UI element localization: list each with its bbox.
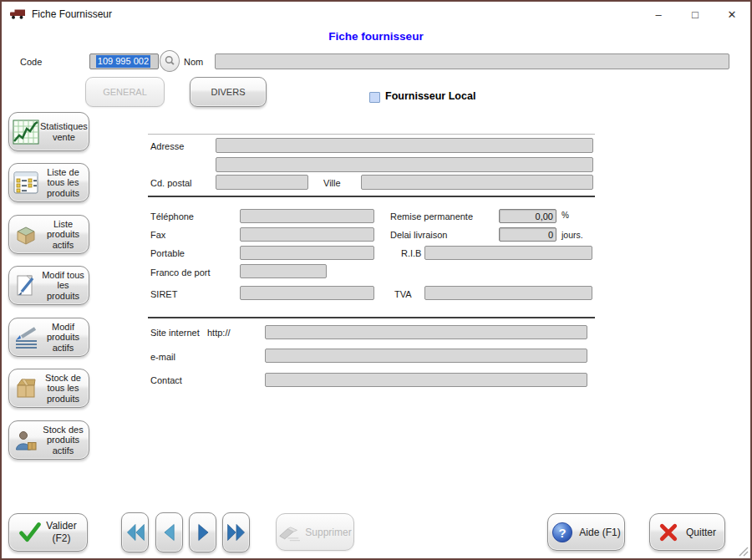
remise-label: Remise permanente: [390, 211, 473, 221]
sidebar-liste-produits-actifs-button[interactable]: Liste produits actifs: [8, 215, 89, 254]
siret-label: SIRET: [150, 289, 177, 299]
email-input[interactable]: [265, 349, 587, 363]
help-icon: ?: [551, 522, 573, 543]
valider-button[interactable]: Valider (F2): [8, 513, 88, 552]
eraser-icon: [278, 523, 300, 542]
fax-label: Fax: [150, 230, 165, 240]
rib-label: R.I.B: [401, 248, 421, 258]
adresse-line1-input[interactable]: [216, 138, 593, 153]
sidebar-item-label: Liste de tous les produits: [40, 167, 86, 199]
tva-input[interactable]: [424, 286, 592, 300]
resize-grip-icon[interactable]: [737, 545, 749, 557]
site-internet-label: Site internet: [150, 328, 200, 338]
search-icon: [162, 53, 177, 69]
code-input[interactable]: 109 995 002: [89, 53, 159, 69]
site-internet-input[interactable]: [265, 325, 587, 339]
separator-top: [148, 134, 595, 135]
nav-previous-button[interactable]: [155, 512, 183, 552]
delai-label: Delai livraison: [390, 230, 447, 240]
adresse-label: Adresse: [150, 141, 184, 151]
sidebar-item-label: Modif produits actifs: [40, 322, 86, 354]
franco-label: Franco de port: [150, 267, 211, 277]
ville-label: Ville: [323, 178, 341, 188]
sidebar-item-label: Stock des produits actifs: [40, 425, 86, 456]
tab-divers[interactable]: DIVERS: [190, 77, 267, 107]
title-bar: Fiche Fournisseur – □ ✕: [2, 2, 750, 27]
tva-label: TVA: [394, 289, 412, 299]
contact-label: Contact: [150, 375, 182, 385]
next-record-icon: [192, 521, 214, 544]
valider-label-line1: Valider: [46, 520, 76, 532]
sidebar-item-label: Statistiques vente: [40, 121, 88, 142]
franco-input[interactable]: [240, 264, 327, 278]
separator-mid2: [148, 317, 595, 318]
nom-label: Nom: [184, 57, 203, 67]
sidebar-modif-produits-actifs-button[interactable]: Modif produits actifs: [8, 318, 89, 357]
open-box-icon: [12, 223, 40, 247]
sidebar-statistiques-vente-button[interactable]: Statistiques vente: [8, 112, 89, 151]
fournisseur-local-checkbox[interactable]: [369, 92, 380, 103]
previous-record-icon: [159, 521, 180, 544]
contact-input[interactable]: [265, 373, 587, 387]
cd-postal-input[interactable]: [216, 175, 308, 190]
fiche-fournisseur-window: Fiche Fournisseur – □ ✕ Fiche fournisseu…: [0, 0, 752, 560]
sidebar-item-label: Liste produits actifs: [40, 219, 86, 251]
telephone-label: Téléphone: [150, 211, 194, 221]
truck-icon: [9, 8, 26, 20]
maximize-button[interactable]: □: [677, 2, 714, 27]
supprimer-button[interactable]: Supprimer: [276, 513, 354, 551]
sidebar-stock-produits-actifs-button[interactable]: Stock des produits actifs: [8, 420, 89, 460]
check-icon: [19, 522, 41, 543]
code-value-selected: 109 995 002: [96, 55, 150, 68]
valider-label-line2: (F2): [53, 532, 71, 544]
edit-document-icon: [12, 274, 40, 298]
page-title: Fiche fournisseur: [2, 30, 750, 43]
remise-unit-label: %: [561, 211, 569, 220]
box-icon: [12, 377, 40, 400]
delai-unit-label: jours.: [561, 230, 583, 240]
supprimer-label: Supprimer: [305, 527, 351, 538]
edit-lines-icon: [12, 326, 40, 349]
telephone-input[interactable]: [240, 209, 374, 223]
close-x-icon: [658, 522, 678, 542]
person-box-icon: [12, 429, 40, 452]
quitter-button[interactable]: Quitter: [649, 513, 725, 551]
sales-chart-icon: [12, 120, 40, 145]
tab-general[interactable]: GENERAL: [85, 77, 165, 107]
sidebar-item-label: Modif tous les produits: [40, 270, 86, 302]
portable-input[interactable]: [240, 246, 374, 260]
separator-mid1: [148, 196, 595, 197]
http-prefix-label: http://: [207, 328, 231, 338]
nav-next-button[interactable]: [189, 512, 216, 552]
code-label: Code: [20, 57, 42, 67]
svg-text:?: ?: [559, 526, 567, 539]
first-record-icon: [124, 521, 146, 544]
window-title: Fiche Fournisseur: [32, 8, 112, 20]
quitter-label: Quitter: [686, 527, 716, 538]
adresse-line2-input[interactable]: [216, 157, 593, 172]
aide-button[interactable]: ? Aide (F1): [547, 513, 625, 551]
sidebar-item-label: Stock de tous les produits: [40, 373, 86, 405]
search-supplier-button[interactable]: [160, 50, 180, 72]
sidebar-liste-tous-produits-button[interactable]: Liste de tous les produits: [8, 163, 89, 202]
aide-label: Aide (F1): [579, 527, 620, 538]
delai-input[interactable]: 0: [499, 227, 556, 242]
cd-postal-label: Cd. postal: [150, 178, 192, 188]
rib-input[interactable]: [424, 246, 592, 260]
sidebar-stock-tous-produits-button[interactable]: Stock de tous les produits: [8, 369, 89, 408]
nav-last-button[interactable]: [222, 512, 250, 552]
portable-label: Portable: [150, 248, 185, 258]
fournisseur-local-label: Fournisseur Local: [385, 90, 475, 102]
fax-input[interactable]: [240, 227, 374, 242]
close-button[interactable]: ✕: [714, 2, 750, 27]
ville-input[interactable]: [361, 175, 593, 190]
minimize-button[interactable]: –: [640, 2, 677, 27]
nav-first-button[interactable]: [121, 512, 149, 552]
siret-input[interactable]: [240, 286, 374, 300]
remise-input[interactable]: 0,00: [499, 209, 556, 223]
nom-input[interactable]: [215, 53, 729, 69]
product-list-icon: [12, 171, 40, 194]
last-record-icon: [226, 521, 247, 544]
email-label: e-mail: [150, 352, 175, 362]
sidebar-modif-tous-produits-button[interactable]: Modif tous les produits: [8, 266, 89, 305]
